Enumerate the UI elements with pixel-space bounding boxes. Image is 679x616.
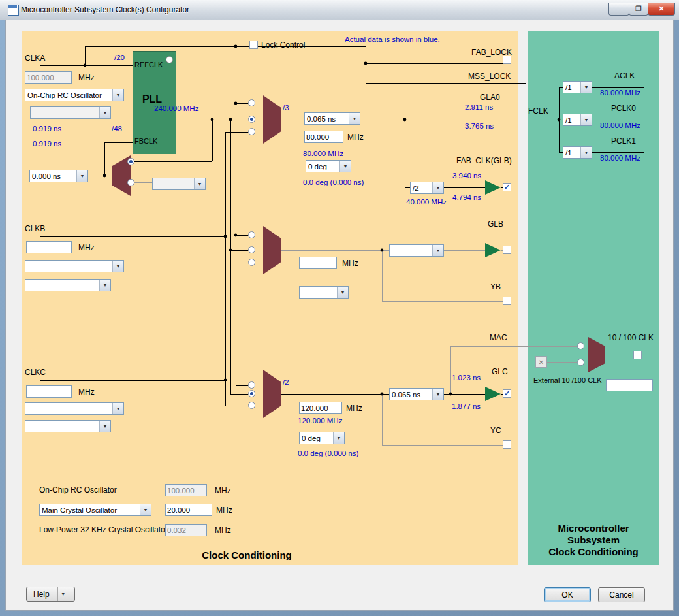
pclk0-label: PCLK0 (611, 104, 636, 113)
feedback-mux-radio-2[interactable] (127, 179, 134, 186)
glc-delay-value: 0.065 ns (390, 391, 432, 398)
fab-div-select[interactable]: /2 ▼ (410, 182, 444, 194)
clkc-out-freq-input[interactable] (299, 402, 342, 414)
glb-delay-select[interactable]: ▼ (389, 244, 444, 257)
rc-osc-label: On-Chip RC Oscillator (39, 485, 117, 494)
clkb-mux-radio-1[interactable] (248, 231, 255, 238)
glc-fall: 1.877 ns (452, 402, 481, 410)
mac-clk-label: 10 / 100 CLK (608, 333, 654, 342)
pclk1-label: PCLK1 (611, 137, 636, 146)
ok-button-label: OK (561, 591, 573, 600)
clka-mux-div: /3 (283, 104, 289, 112)
main-osc-select[interactable]: Main Crystal Oscillator ▼ (39, 504, 151, 516)
right-panel-title-3: Clock Conditioning (528, 546, 659, 558)
yc-checkbox[interactable] (503, 440, 511, 449)
pclk0-div-select[interactable]: /1 ▼ (563, 114, 592, 126)
clka-out-freq-input[interactable] (304, 131, 343, 143)
lp-osc-input[interactable] (165, 524, 207, 536)
clka-mux-radio-3[interactable] (248, 128, 255, 135)
clka-label: CLKA (25, 54, 45, 63)
main-osc-input[interactable] (165, 504, 212, 516)
rc-osc-input[interactable] (165, 484, 207, 496)
lock-control-checkbox[interactable] (249, 41, 258, 49)
chevron-down-icon: ▼ (432, 182, 443, 193)
pclk1-div-select[interactable]: /1 ▼ (563, 146, 592, 159)
clka-freq-input[interactable] (25, 71, 72, 84)
clka-delay-select[interactable]: 0.065 ns ▼ (304, 112, 360, 125)
ok-button[interactable]: OK (544, 587, 591, 602)
clkc-mux-radio-1[interactable] (248, 381, 255, 389)
clkb-source2-select[interactable]: ▼ (25, 279, 111, 291)
fab-clk-label: FAB_CLK(GLB) (456, 156, 512, 165)
clkc-mux-radio-2[interactable] (248, 390, 255, 397)
pclk0-div-value: /1 (563, 116, 580, 124)
mac-clk-checkbox[interactable] (633, 351, 642, 359)
refclk-label: REFCLK (134, 61, 163, 69)
fb-delay-select[interactable]: 0.000 ns ▼ (29, 170, 88, 182)
fab-lock-checkbox[interactable] (503, 56, 511, 64)
actual-data-note: Actual data is shown in blue. (345, 35, 440, 43)
clkc-source-select[interactable]: ▼ (25, 402, 124, 415)
pll-indicator (166, 56, 173, 63)
clkc-phase-value: 0 deg (300, 434, 333, 442)
chevron-down-icon: ▼ (76, 170, 87, 182)
clka-source-select[interactable]: On-Chip RC Oscillator ▼ (25, 89, 124, 101)
glc-delay-select[interactable]: 0.065 ns ▼ (389, 388, 444, 400)
fab-clk-checkbox[interactable] (503, 183, 511, 191)
glb-label: GLB (488, 219, 503, 229)
cancel-button[interactable]: Cancel (598, 587, 645, 602)
clkb-mux-radio-3[interactable] (248, 259, 255, 266)
help-button[interactable]: Help ▼ (26, 587, 75, 602)
clka-out-freq-unit: MHz (347, 133, 364, 142)
main-osc-value: Main Crystal Oscillator (40, 506, 140, 514)
clkc-freq-input[interactable] (26, 385, 72, 398)
pclk1-freq: 80.000 MHz (600, 154, 640, 162)
fclk-label: FCLK (528, 106, 548, 116)
clkb-out-freq-input[interactable] (299, 257, 337, 269)
clkb-phase-select[interactable]: ▼ (299, 286, 349, 299)
gla0-rise: 2.911 ns (465, 103, 493, 111)
chevron-down-icon: ▼ (580, 114, 592, 125)
ext-clk-input[interactable] (606, 379, 653, 391)
chevron-down-icon: ▼ (112, 261, 123, 272)
mac-mux-radio-1[interactable] (577, 342, 584, 349)
cancel-button-label: Cancel (609, 591, 633, 600)
clka-source2-select[interactable]: ▼ (30, 106, 111, 119)
mac-mux-radio-2[interactable] (577, 359, 584, 366)
ext-clk-label: External 10 /100 CLK (533, 376, 602, 384)
right-panel-title-1: Microcontroller (528, 523, 659, 534)
aclk-div-select[interactable]: /1 ▼ (563, 81, 592, 93)
chevron-down-icon: ▼ (112, 89, 123, 101)
glb-checkbox[interactable] (503, 246, 511, 254)
pclk1-div-value: /1 (563, 149, 580, 157)
clka-phase-actual: 0.0 deg (0.000 ns) (303, 178, 364, 186)
clkc-mux-div: /2 (283, 378, 289, 386)
clka-delay-value: 0.065 ns (305, 115, 349, 123)
clkc-source2-select[interactable]: ▼ (25, 420, 111, 432)
chevron-down-icon: ▼ (337, 287, 348, 298)
clka-mux-radio-1[interactable] (248, 99, 255, 106)
chevron-down-icon: ▼ (580, 82, 592, 93)
clkb-freq-unit: MHz (78, 243, 95, 252)
clkb-freq-input[interactable] (26, 241, 72, 253)
pll-out-freq: 240.000 MHz (154, 105, 198, 112)
clka-ref-div: /20 (114, 54, 125, 61)
chevron-down-icon: ▼ (58, 592, 69, 596)
yb-checkbox[interactable] (503, 297, 511, 305)
clkb-source-select[interactable]: ▼ (25, 260, 124, 272)
clkc-label: CLKC (25, 368, 46, 377)
clkb-mux-radio-2[interactable] (248, 246, 255, 253)
main-osc-unit: MHz (216, 506, 232, 515)
gla0-fall: 3.765 ns (465, 122, 494, 130)
clka-phase-select[interactable]: 0 deg ▼ (306, 160, 351, 172)
clkc-mux-radio-3[interactable] (248, 402, 255, 409)
rc-osc-unit: MHz (215, 486, 231, 495)
feedback-mux-radio-1[interactable] (127, 158, 134, 165)
feedback-source-select[interactable]: ▼ (152, 178, 206, 190)
glc-label: GLC (492, 367, 508, 376)
clkc-phase-select[interactable]: 0 deg ▼ (299, 432, 345, 444)
yb-label: YB (490, 282, 501, 291)
glc-checkbox[interactable] (503, 389, 511, 398)
chevron-down-icon: ▼ (349, 113, 360, 124)
clka-mux-radio-2[interactable] (248, 116, 255, 123)
